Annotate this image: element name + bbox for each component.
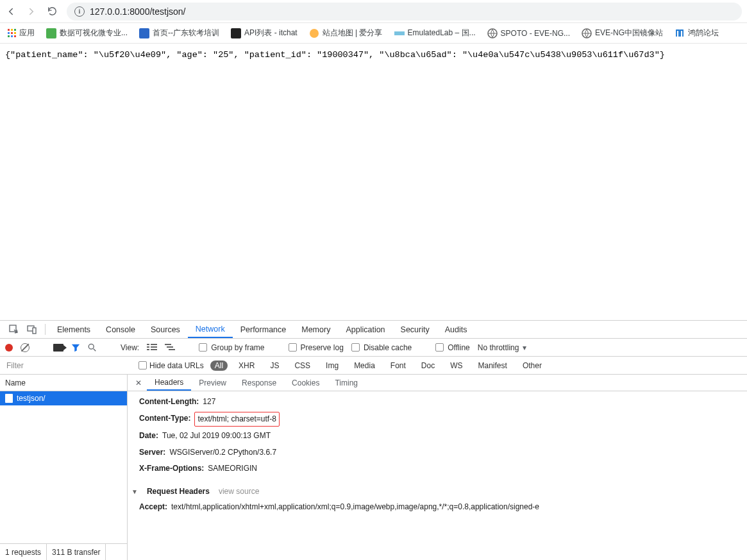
- bookmark-item[interactable]: EVE-NG中国镜像站: [579, 26, 666, 40]
- filter-type-css[interactable]: CSS: [290, 361, 315, 371]
- tab-performance[interactable]: Performance: [233, 321, 294, 338]
- favicon-icon: [309, 28, 319, 38]
- svg-rect-0: [46, 28, 56, 38]
- detail-tab-headers[interactable]: Headers: [147, 375, 191, 391]
- clear-button[interactable]: [21, 343, 29, 352]
- headers-content: Content-Length:127 Content-Type:text/htm…: [128, 391, 747, 560]
- group-by-frame-checkbox[interactable]: [199, 343, 207, 352]
- favicon-icon: [675, 28, 685, 38]
- filter-type-media[interactable]: Media: [349, 361, 380, 371]
- detail-tabs: ✕ Headers Preview Response Cookies Timin…: [128, 375, 747, 391]
- address-bar[interactable]: i 127.0.0.1:8000/testjson/: [67, 3, 742, 21]
- bookmark-item[interactable]: 站点地图 | 爱分享: [306, 26, 385, 40]
- request-detail-panel: ✕ Headers Preview Response Cookies Timin…: [128, 375, 747, 560]
- favicon-icon: [231, 28, 241, 38]
- screenshot-button[interactable]: [53, 344, 63, 352]
- hide-data-urls-checkbox[interactable]: [138, 361, 147, 369]
- page-body-text: {"patient_name": "\u5f20\u4e09", "age": …: [0, 44, 747, 320]
- filter-type-ws[interactable]: WS: [446, 361, 467, 371]
- offline-checkbox[interactable]: [435, 343, 444, 352]
- filter-type-img[interactable]: Img: [321, 361, 343, 371]
- search-icon[interactable]: [88, 343, 97, 352]
- filter-type-doc[interactable]: Doc: [417, 361, 439, 371]
- favicon-icon: [394, 28, 405, 38]
- tab-application[interactable]: Application: [338, 321, 392, 338]
- tab-console[interactable]: Console: [98, 321, 143, 338]
- tab-network[interactable]: Network: [188, 321, 233, 338]
- filter-type-xhr[interactable]: XHR: [234, 361, 259, 371]
- content-type-highlight: text/html; charset=utf-8: [194, 412, 279, 427]
- header-row: Date:Tue, 02 Jul 2019 09:00:13 GMT: [139, 428, 747, 445]
- view-source-link[interactable]: view source: [219, 485, 259, 499]
- svg-rect-9: [33, 328, 36, 334]
- network-toolbar: View: Group by frame Preserve log Disabl…: [0, 339, 747, 357]
- bookmark-item[interactable]: SPOTO - EVE-NG...: [485, 26, 573, 40]
- header-row: X-Frame-Options:SAMEORIGIN: [139, 461, 747, 477]
- filter-type-js[interactable]: JS: [265, 361, 283, 371]
- favicon-icon: [139, 28, 149, 38]
- bookmark-item[interactable]: 鸿鹄论坛: [672, 26, 721, 40]
- filter-type-manifest[interactable]: Manifest: [474, 361, 512, 371]
- tab-memory[interactable]: Memory: [294, 321, 338, 338]
- apps-button[interactable]: 应用: [5, 26, 37, 40]
- reload-button[interactable]: [46, 6, 58, 17]
- url-text: 127.0.0.1:8000/testjson/: [90, 6, 185, 17]
- svg-point-10: [88, 344, 94, 349]
- apps-grid-icon: [8, 29, 16, 37]
- browser-toolbar: i 127.0.0.1:8000/testjson/: [0, 0, 747, 23]
- hide-data-urls-label: Hide data URLs: [149, 361, 204, 370]
- request-row[interactable]: testjson/: [0, 391, 127, 405]
- site-info-icon[interactable]: i: [74, 6, 85, 17]
- bookmark-item[interactable]: 数据可视化微专业...: [44, 26, 130, 40]
- tab-elements[interactable]: Elements: [49, 321, 98, 338]
- filter-type-other[interactable]: Other: [518, 361, 546, 371]
- tab-audits[interactable]: Audits: [437, 321, 475, 338]
- svg-rect-2: [231, 28, 241, 38]
- offline-label: Offline: [448, 343, 469, 352]
- header-row: Content-Length:127: [139, 394, 747, 411]
- bookmark-item[interactable]: 首页--广东软考培训: [137, 26, 222, 40]
- request-list-header[interactable]: Name: [0, 375, 127, 391]
- header-row: Server:WSGIServer/0.2 CPython/3.6.7: [139, 445, 747, 461]
- group-by-frame-label: Group by frame: [211, 343, 264, 352]
- header-row: Content-Type:text/html; charset=utf-8: [139, 411, 747, 428]
- filter-input[interactable]: [4, 359, 132, 372]
- bookmarks-bar: 应用 数据可视化微专业... 首页--广东软考培训 API列表 - itchat…: [0, 23, 747, 44]
- devtools-panel: Elements Console Sources Network Perform…: [0, 320, 747, 560]
- close-detail-button[interactable]: ✕: [130, 375, 147, 391]
- favicon-icon: [487, 28, 498, 38]
- device-toolbar-icon[interactable]: [23, 321, 41, 338]
- detail-tab-preview[interactable]: Preview: [191, 375, 234, 391]
- request-headers-section[interactable]: ▼ Request Headers view source: [131, 485, 747, 499]
- tab-sources[interactable]: Sources: [143, 321, 188, 338]
- waterfall-icon[interactable]: [165, 344, 175, 352]
- filter-type-all[interactable]: All: [210, 361, 228, 371]
- record-button[interactable]: [5, 344, 13, 352]
- back-button[interactable]: [5, 6, 17, 17]
- view-label: View:: [121, 343, 139, 352]
- svg-rect-1: [139, 28, 149, 38]
- detail-tab-response[interactable]: Response: [234, 375, 284, 391]
- document-icon: [5, 394, 13, 403]
- bookmark-item[interactable]: API列表 - itchat: [228, 26, 300, 40]
- filter-toggle-icon[interactable]: [71, 343, 80, 352]
- svg-point-3: [310, 29, 319, 38]
- collapse-triangle-icon: ▼: [131, 486, 138, 498]
- favicon-icon: [46, 28, 56, 38]
- detail-tab-cookies[interactable]: Cookies: [284, 375, 327, 391]
- request-summary: 1 requests 311 B transfer: [0, 543, 127, 560]
- request-list: Name testjson/ 1 requests 311 B transfer: [0, 375, 128, 560]
- preserve-log-checkbox[interactable]: [289, 343, 297, 352]
- bookmark-item[interactable]: EmulatedLab – 国...: [392, 26, 478, 40]
- detail-tab-timing[interactable]: Timing: [327, 375, 365, 391]
- forward-button[interactable]: [26, 6, 37, 17]
- preserve-log-label: Preserve log: [301, 343, 344, 352]
- tab-security[interactable]: Security: [393, 321, 437, 338]
- disable-cache-checkbox[interactable]: [351, 343, 360, 352]
- throttling-dropdown[interactable]: No throttling: [478, 343, 527, 352]
- inspect-element-icon[interactable]: [5, 321, 23, 338]
- filter-type-font[interactable]: Font: [386, 361, 410, 371]
- large-rows-icon[interactable]: [147, 344, 157, 352]
- header-row: Accept:text/html,application/xhtml+xml,a…: [139, 499, 747, 516]
- devtools-tabs: Elements Console Sources Network Perform…: [0, 321, 747, 339]
